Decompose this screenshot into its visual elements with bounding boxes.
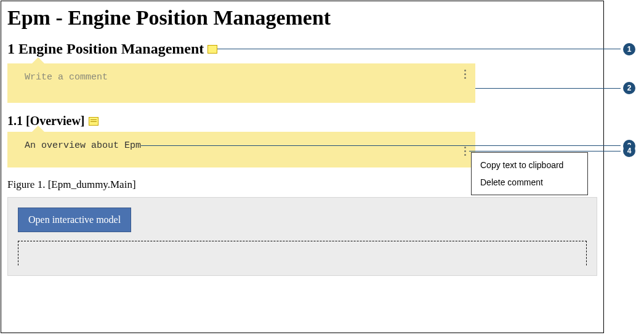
page-title: Epm - Engine Position Management (7, 6, 597, 30)
comment-tail (32, 126, 44, 132)
context-menu-copy[interactable]: Copy text to clipboard (472, 156, 587, 174)
comment-empty-icon[interactable] (207, 45, 217, 54)
section-1-1-heading: 1.1 [Overview] (7, 114, 85, 128)
callout-line (475, 88, 621, 89)
comment-menu-button[interactable] (461, 67, 469, 81)
callout-line (217, 49, 621, 49)
callout-2: 2 (475, 82, 635, 94)
comment-placeholder: Write a comment (25, 72, 108, 83)
section-1-heading: 1 Engine Position Management (7, 41, 204, 57)
comment-context-menu: Copy text to clipboard Delete comment (471, 152, 588, 195)
comment-tail (32, 57, 44, 63)
comment-text: An overview about Epm (25, 140, 141, 151)
callout-1: 1 (217, 43, 635, 55)
open-interactive-model-button[interactable]: Open interactive model (18, 208, 131, 232)
callout-badge: 4 (623, 145, 635, 157)
callout-badge: 1 (623, 43, 635, 55)
comment-box-section-1[interactable]: Write a comment (7, 63, 475, 103)
model-panel: Open interactive model (7, 197, 597, 276)
callout-badge: 2 (623, 82, 635, 94)
context-menu-delete[interactable]: Delete comment (472, 174, 587, 191)
comment-filled-icon[interactable] (89, 117, 99, 126)
callout-line (469, 151, 621, 151)
model-placeholder-area (18, 241, 587, 265)
section-1-1-heading-row: 1.1 [Overview] (7, 114, 597, 128)
